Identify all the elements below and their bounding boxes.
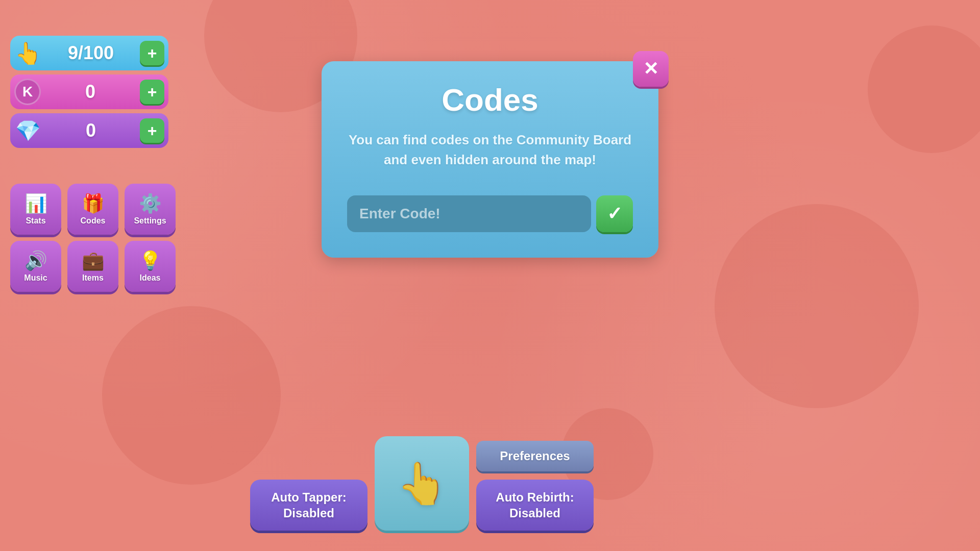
- tap-button[interactable]: 👆: [375, 436, 469, 531]
- code-input[interactable]: [347, 195, 591, 232]
- codes-modal: ✕ Codes You can find codes on the Commun…: [322, 61, 658, 258]
- modal-close-button[interactable]: ✕: [633, 51, 669, 87]
- auto-tapper-button[interactable]: Auto Tapper:Disabled: [250, 480, 368, 531]
- modal-description: You can find codes on the Community Boar…: [347, 130, 633, 170]
- preferences-button[interactable]: Preferences: [476, 441, 594, 471]
- bottom-controls: Auto Tapper:Disabled 👆 Preferences Auto …: [250, 436, 594, 531]
- hand-icon: 👆: [397, 460, 448, 508]
- modal-title: Codes: [347, 82, 633, 118]
- code-input-row: ✓: [347, 195, 633, 232]
- auto-tapper-label: Auto Tapper:Disabled: [271, 489, 347, 521]
- right-controls: Preferences Auto Rebirth:Disabled: [476, 441, 594, 531]
- submit-code-button[interactable]: ✓: [596, 195, 633, 232]
- checkmark-icon: ✓: [607, 203, 622, 224]
- auto-rebirth-label: Auto Rebirth:Disabled: [496, 489, 574, 521]
- auto-rebirth-button[interactable]: Auto Rebirth:Disabled: [476, 480, 594, 531]
- preferences-label: Preferences: [500, 449, 570, 463]
